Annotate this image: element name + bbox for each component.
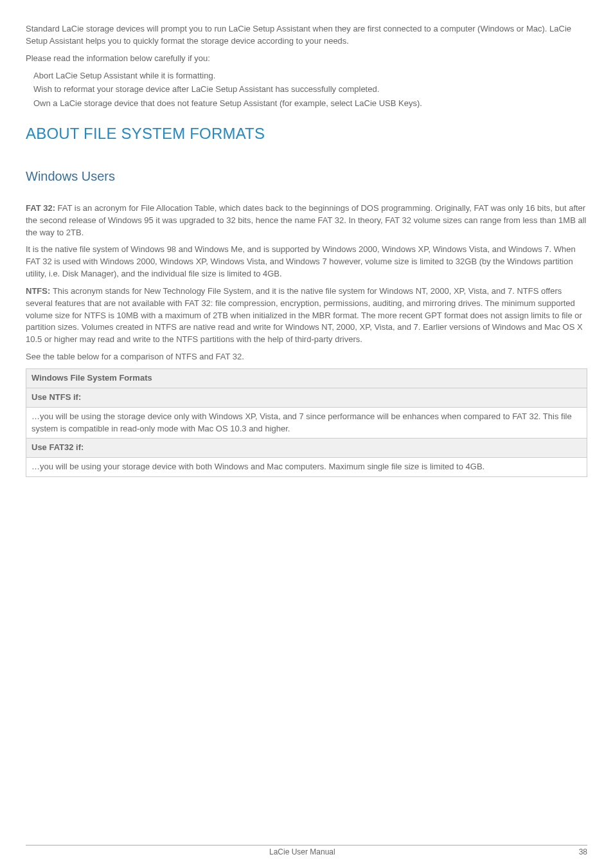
fat32-paragraph-2: It is the native file system of Windows … [26, 244, 587, 280]
table-row: Use FAT32 if: [26, 439, 587, 458]
subsection-heading: Windows Users [26, 167, 587, 186]
list-item: Abort LaCie Setup Assistant while it is … [33, 70, 587, 82]
file-system-table: Windows File System Formats Use NTFS if:… [26, 368, 587, 477]
compare-line: See the table below for a comparison of … [26, 351, 587, 363]
fat32-text-1: FAT is an acronym for File Allocation Ta… [26, 203, 586, 237]
intro-bullet-list: Abort LaCie Setup Assistant while it is … [26, 70, 587, 111]
table-row: …you will be using your storage device w… [26, 458, 587, 477]
section-heading: ABOUT FILE SYSTEM FORMATS [26, 123, 587, 145]
table-subhead-ntfs: Use NTFS if: [26, 388, 587, 407]
footer-page-number: 38 [579, 847, 587, 858]
footer-title: LaCie User Manual [26, 847, 579, 858]
ntfs-paragraph: NTFS: This acronym stands for New Techno… [26, 285, 587, 346]
table-row: Use NTFS if: [26, 388, 587, 407]
fat32-paragraph-1: FAT 32: FAT is an acronym for File Alloc… [26, 203, 587, 239]
fat32-label: FAT 32: [26, 203, 58, 213]
table-subhead-fat32: Use FAT32 if: [26, 439, 587, 458]
table-row: Windows File System Formats [26, 368, 587, 388]
table-body-fat32: …you will be using your storage device w… [26, 458, 587, 477]
page-footer: LaCie User Manual 38 [26, 845, 587, 858]
table-body-ntfs: …you will be using the storage device on… [26, 407, 587, 439]
list-item: Wish to reformat your storage device aft… [33, 84, 587, 96]
list-item: Own a LaCie storage device that does not… [33, 98, 587, 110]
intro-paragraph-1: Standard LaCie storage devices will prom… [26, 23, 587, 48]
ntfs-text: This acronym stands for New Technology F… [26, 286, 583, 344]
intro-paragraph-2: Please read the information below carefu… [26, 53, 587, 65]
ntfs-label: NTFS: [26, 286, 53, 296]
table-header: Windows File System Formats [26, 368, 587, 388]
table-row: …you will be using the storage device on… [26, 407, 587, 439]
